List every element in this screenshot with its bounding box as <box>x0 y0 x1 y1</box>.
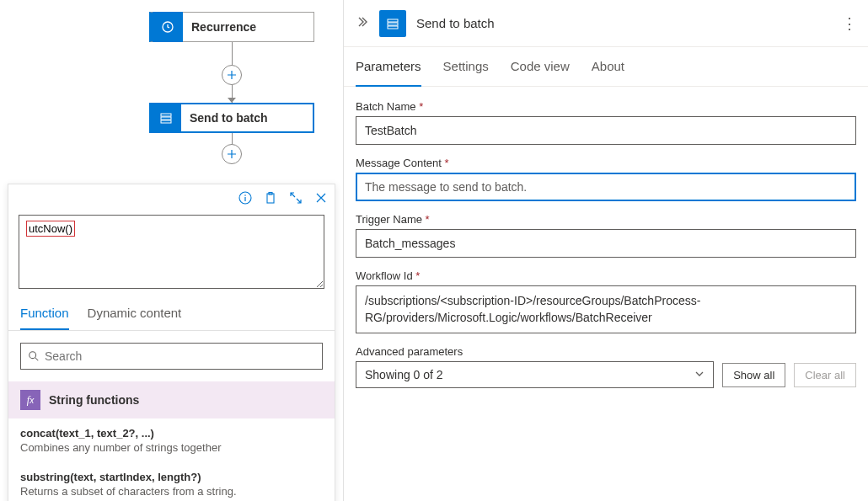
search-input[interactable] <box>20 343 323 370</box>
svg-rect-7 <box>267 194 274 203</box>
function-description: Combines any number of strings together <box>20 441 323 454</box>
function-description: Returns a subset of characters from a st… <box>20 485 323 498</box>
svg-rect-2 <box>161 117 171 120</box>
tab-about[interactable]: About <box>592 47 624 86</box>
close-icon[interactable] <box>314 191 328 208</box>
designer-canvas[interactable]: Recurrence Send to batch <box>0 0 343 164</box>
batch-icon <box>379 10 406 37</box>
trigger-name-input[interactable]: Batch_messages <box>356 229 856 258</box>
chevron-down-icon <box>694 369 705 381</box>
function-item-concat[interactable]: concat(text_1, text_2?, ...) Combines an… <box>8 418 335 462</box>
connector-line <box>232 42 233 65</box>
tab-code-view[interactable]: Code view <box>511 47 570 86</box>
connector-line <box>232 133 233 144</box>
svg-rect-3 <box>161 120 171 123</box>
more-menu-icon[interactable]: ⋮ <box>842 14 856 33</box>
clear-all-button[interactable]: Clear all <box>794 363 856 387</box>
show-all-button[interactable]: Show all <box>722 363 785 387</box>
tab-parameters[interactable]: Parameters <box>356 47 421 87</box>
workflow-id-label: Workflow Id * <box>356 269 856 282</box>
collapse-panel-icon[interactable] <box>356 15 369 31</box>
trigger-name-label: Trigger Name * <box>356 213 856 226</box>
function-signature: substring(text, startIndex, length?) <box>20 471 323 483</box>
search-icon <box>28 350 40 362</box>
expand-icon[interactable] <box>289 191 303 208</box>
advanced-parameters-label: Advanced parameters <box>356 345 856 358</box>
svg-rect-10 <box>388 19 398 22</box>
node-recurrence[interactable]: Recurrence <box>149 12 314 42</box>
node-recurrence-title: Recurrence <box>183 20 265 34</box>
tab-settings[interactable]: Settings <box>443 47 489 86</box>
node-sendbatch-title: Send to batch <box>181 111 276 125</box>
fx-icon: fx <box>20 390 40 410</box>
function-signature: concat(text_1, text_2?, ...) <box>20 427 323 440</box>
batch-name-label: Batch Name * <box>356 100 856 113</box>
add-step-button[interactable] <box>222 65 242 85</box>
expression-value: utcNow() <box>26 221 75 237</box>
svg-rect-11 <box>388 23 398 25</box>
tab-dynamic-content[interactable]: Dynamic content <box>88 306 182 330</box>
clock-icon <box>153 12 183 42</box>
svg-point-5 <box>244 195 246 196</box>
add-step-button[interactable] <box>222 144 242 164</box>
batch-name-input[interactable]: TestBatch <box>356 116 856 145</box>
clipboard-icon[interactable] <box>264 191 277 208</box>
svg-point-9 <box>29 352 36 359</box>
advanced-summary: Showing 0 of 2 <box>365 368 443 381</box>
node-send-to-batch[interactable]: Send to batch <box>149 103 314 133</box>
search-field[interactable] <box>45 349 315 363</box>
message-content-label: Message Content * <box>356 157 856 169</box>
svg-rect-12 <box>388 26 398 29</box>
message-content-input[interactable]: The message to send to batch. <box>356 173 856 201</box>
panel-title: Send to batch <box>416 16 832 30</box>
expression-input[interactable]: utcNow() <box>19 215 324 289</box>
function-item-substring[interactable]: substring(text, startIndex, length?) Ret… <box>8 462 335 501</box>
category-title: String functions <box>49 393 139 407</box>
category-string-functions[interactable]: fx String functions <box>8 381 335 418</box>
expression-editor-popup: utcNow() Function Dynamic content fx Str… <box>8 184 335 501</box>
info-icon[interactable] <box>238 191 252 208</box>
workflow-id-input[interactable]: /subscriptions/<subscription-ID>/resourc… <box>356 285 856 333</box>
advanced-parameters-select[interactable]: Showing 0 of 2 <box>356 361 714 388</box>
svg-rect-6 <box>244 197 245 201</box>
svg-rect-1 <box>161 114 171 116</box>
batch-icon <box>151 103 181 133</box>
tab-function[interactable]: Function <box>20 306 69 330</box>
